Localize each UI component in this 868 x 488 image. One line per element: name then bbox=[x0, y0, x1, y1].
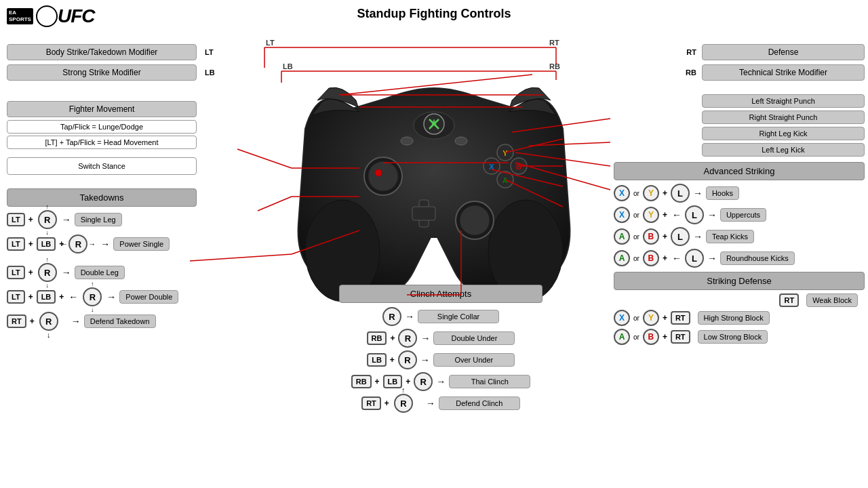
stick-wrapper2: R → ← bbox=[68, 235, 87, 253]
rt-btn-td: RT bbox=[7, 314, 26, 328]
right-panel: RT Defense RB Technical Strike Modifier … bbox=[614, 37, 865, 348]
power-single-label: Power Single bbox=[113, 237, 170, 251]
roundhouse-kicks-combo: A or B + ← L → Roundhouse Kicks bbox=[614, 249, 865, 268]
single-collar-label: Single Collar bbox=[418, 310, 499, 323]
lb-clinch: LB bbox=[367, 353, 387, 367]
svg-point-14 bbox=[460, 205, 490, 235]
low-strong-block-combo: A or B + RT Low Strong Block bbox=[614, 329, 865, 345]
uppercuts-label: Uppercuts bbox=[720, 208, 766, 222]
r-stick4: R bbox=[83, 287, 102, 306]
power-single-combo: LT + LB + R → ← → Power Single bbox=[7, 235, 271, 253]
rb-label: RB bbox=[686, 68, 696, 77]
a-btn3: A bbox=[614, 329, 630, 345]
teap-kicks-combo: A or B + L → Teap Kicks bbox=[614, 227, 865, 246]
r-stick: R bbox=[38, 210, 57, 229]
lt-btn3: LT bbox=[7, 266, 25, 279]
svg-text:B: B bbox=[516, 163, 521, 171]
lb-btn: LB bbox=[37, 237, 56, 251]
b-btn: B bbox=[643, 228, 659, 245]
teap-kicks-label: Teap Kicks bbox=[706, 230, 754, 243]
stick-wrapper3: ↑ R ↓ bbox=[38, 263, 57, 282]
rb-clinch2: RB bbox=[351, 375, 372, 388]
clinch-section: Clinch Attempts R → Single Collar RB + R… bbox=[298, 285, 583, 415]
thai-clinch-label: Thai Clinch bbox=[449, 375, 530, 388]
svg-point-12 bbox=[375, 169, 382, 176]
b-btn3: B bbox=[643, 329, 659, 345]
x-btn2: X bbox=[614, 207, 630, 223]
lb-clinch2: LB bbox=[383, 375, 403, 388]
lt-btn2: LT bbox=[7, 237, 25, 251]
y-btn3: Y bbox=[643, 310, 659, 326]
r-clinch2: R bbox=[398, 329, 417, 348]
stick-wrapper5: R ↓ bbox=[39, 312, 58, 331]
rt-clinch: RT bbox=[361, 396, 381, 410]
uppercuts-combo: X or Y + ← L → Uppercuts bbox=[614, 205, 865, 224]
y-button-label: Left Straight Punch bbox=[702, 94, 865, 108]
rt-label: RT bbox=[686, 48, 696, 56]
rt-btn-hsb: RT bbox=[671, 311, 690, 325]
body-strike-label: Body Strike/Takedown Modifier bbox=[7, 44, 197, 60]
l-stick3: L bbox=[671, 227, 690, 246]
defend-clinch-label: Defend Clinch bbox=[439, 396, 520, 410]
r-stick5: R bbox=[39, 312, 58, 331]
weak-block-label: Weak Block bbox=[806, 293, 858, 307]
lt-btn4: LT bbox=[7, 290, 25, 304]
thai-clinch-combo: RB + LB + R → Thai Clinch bbox=[298, 372, 583, 391]
left-panel: Body Strike/Takedown Modifier LT Strong … bbox=[7, 37, 271, 333]
l-stick: L bbox=[671, 184, 690, 203]
r-clinch1: R bbox=[382, 307, 401, 326]
fighter-tip1: Tap/Flick = Lunge/Dodge bbox=[7, 120, 197, 134]
high-strong-block-combo: X or Y + RT High Strong Block bbox=[614, 310, 865, 326]
clinch-title: Clinch Attempts bbox=[339, 285, 542, 303]
r-clinch4: R bbox=[414, 372, 433, 391]
y-btn2: Y bbox=[643, 207, 659, 223]
high-strong-block-label: High Strong Block bbox=[698, 311, 770, 325]
logo: EASPORTS UFC bbox=[7, 5, 94, 27]
page-title: Standup Fighting Controls bbox=[0, 0, 868, 24]
r-stick2: R bbox=[68, 235, 87, 253]
stick-wrapper4: ↑ R ↓ bbox=[83, 287, 102, 306]
rt-btn-lsb: RT bbox=[671, 330, 690, 344]
defend-takedown-combo: RT + R ↓ → Defend Takedown bbox=[7, 312, 271, 331]
svg-point-11 bbox=[368, 161, 398, 191]
lt-label: LT bbox=[205, 48, 214, 56]
double-under-combo: RB + R → Double Under bbox=[298, 329, 583, 348]
roundhouse-kicks-label: Roundhouse Kicks bbox=[720, 251, 795, 265]
weak-block-combo: RT Weak Block bbox=[614, 293, 865, 307]
single-collar-combo: R → Single Collar bbox=[298, 307, 583, 326]
a-btn: A bbox=[614, 228, 630, 245]
lb-label: LB bbox=[205, 68, 215, 77]
svg-point-1 bbox=[39, 8, 55, 24]
x-btn: X bbox=[614, 185, 630, 201]
fighter-tip2: [LT] + Tap/Flick = Head Movement bbox=[7, 136, 197, 149]
lt-btn: LT bbox=[7, 213, 25, 226]
ufc-text: UFC bbox=[58, 5, 95, 27]
takedowns-section: Takedowns LT + ↑ R ↓ → Single Leg LT + L… bbox=[7, 188, 271, 331]
hooks-label: Hooks bbox=[706, 186, 739, 200]
striking-defense-section: Striking Defense RT Weak Block X or Y + … bbox=[614, 272, 865, 345]
a-btn2: A bbox=[614, 250, 630, 266]
defend-takedown-label: Defend Takedown bbox=[84, 314, 156, 328]
controller-svg: Y X B A bbox=[264, 27, 604, 312]
fighter-movement-title: Fighter Movement bbox=[7, 101, 197, 117]
r-clinch3: R bbox=[398, 350, 417, 369]
x-btn3: X bbox=[614, 310, 630, 326]
double-leg-label: Double Leg bbox=[75, 266, 125, 279]
r-clinch-stick: ↑ R bbox=[394, 394, 413, 413]
double-leg-combo: LT + ↑ R ↓ → Double Leg bbox=[7, 263, 271, 282]
stick-wrapper: ↑ R ↓ bbox=[38, 210, 57, 229]
r-stick3: R bbox=[38, 263, 57, 282]
ea-logo: EASPORTS bbox=[7, 8, 33, 24]
power-double-combo: LT + LB + ← ↑ R ↓ → Power Double bbox=[7, 287, 271, 306]
takedowns-title: Takedowns bbox=[7, 188, 197, 207]
technical-strike-label: Technical Strike Modifier bbox=[702, 64, 865, 81]
svg-point-8 bbox=[401, 137, 413, 145]
x-button-label: Right Leg Kick bbox=[702, 127, 865, 140]
lb-btn2: LB bbox=[37, 290, 56, 304]
controller-image: Y X B A bbox=[264, 27, 604, 312]
defend-clinch-combo: RT + ↑ R → Defend Clinch bbox=[298, 394, 583, 413]
power-double-label: Power Double bbox=[119, 290, 178, 304]
strong-strike-label: Strong Strike Modifier bbox=[7, 64, 197, 81]
advanced-striking-title: Advanced Striking bbox=[614, 162, 865, 180]
y-btn: Y bbox=[643, 185, 659, 201]
